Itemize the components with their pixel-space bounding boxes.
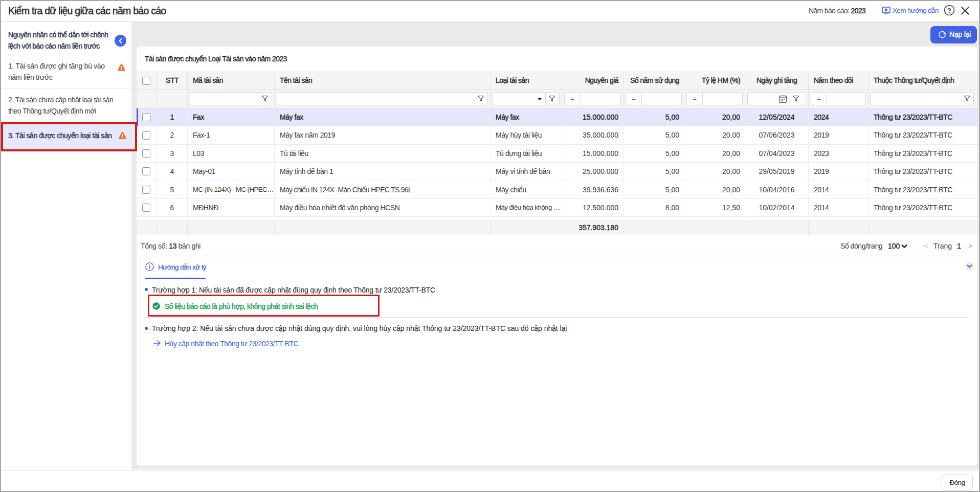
svg-text:?: ?: [947, 7, 951, 14]
